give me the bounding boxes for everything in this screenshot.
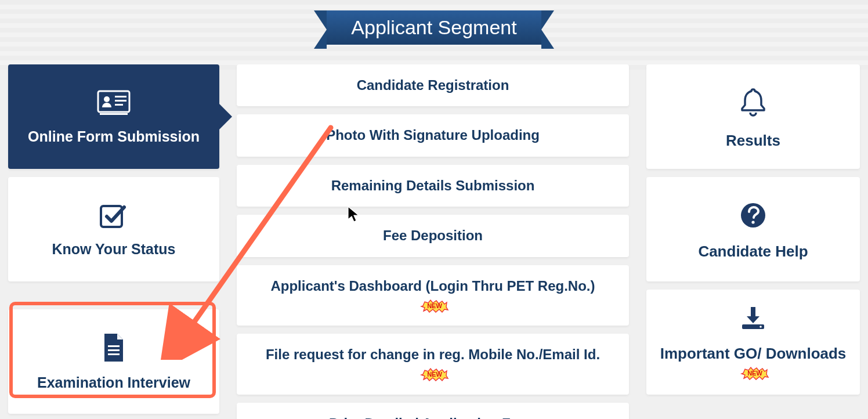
svg-text:NEW: NEW (427, 371, 442, 378)
main-panel: Candidate Registration Photo With Signat… (237, 64, 629, 419)
question-icon (739, 201, 767, 234)
card-label: Candidate Help (698, 242, 808, 261)
spacer (8, 290, 219, 301)
svg-rect-9 (108, 353, 120, 355)
link-label: Applicant's Dashboard (Login Thru PET Re… (270, 278, 595, 294)
svg-rect-3 (115, 100, 126, 102)
link-label: Print Detailed Application Form (329, 416, 537, 419)
card-label-wrap: Important GO/ Downloads NEW (654, 344, 852, 382)
page-header: Applicant Segment (0, 0, 868, 45)
svg-rect-4 (115, 104, 123, 106)
link-fee-deposition[interactable]: Fee Deposition (237, 215, 629, 257)
new-badge-icon: NEW (420, 298, 449, 313)
new-badge-icon: NEW (740, 366, 769, 381)
bell-icon (739, 87, 768, 123)
link-label: Remaining Details Submission (331, 178, 535, 193)
link-label: Candidate Registration (357, 77, 509, 93)
svg-point-1 (104, 96, 110, 102)
sidebar-item-label: Know Your Status (14, 241, 214, 258)
svg-rect-5 (100, 113, 128, 115)
link-remaining-details[interactable]: Remaining Details Submission (237, 165, 629, 207)
link-photo-upload[interactable]: Photo With Signature Uploading (237, 114, 629, 156)
right-panel: Results Candidate Help (646, 64, 860, 419)
sidebar-item-know-status[interactable]: Know Your Status (8, 177, 219, 281)
svg-text:NEW: NEW (427, 302, 442, 309)
card-results[interactable]: Results (646, 64, 860, 169)
card-downloads[interactable]: Important GO/ Downloads NEW (646, 290, 860, 395)
sidebar-item-label: Examination Interview (14, 374, 214, 391)
sidebar-item-label: Online Form Submission (14, 128, 214, 145)
card-help[interactable]: Candidate Help (646, 177, 860, 281)
page-title-ribbon: Applicant Segment (327, 10, 541, 45)
svg-rect-16 (751, 307, 755, 317)
link-print-form[interactable]: Print Detailed Application Form (237, 403, 629, 419)
sidebar-item-examination[interactable]: Examination Interview (8, 309, 219, 414)
svg-text:NEW: NEW (747, 370, 762, 377)
card-label: Important GO/ Downloads (660, 345, 847, 362)
svg-rect-2 (115, 96, 126, 97)
link-label: Fee Deposition (383, 227, 483, 243)
svg-rect-7 (108, 345, 120, 347)
svg-point-15 (751, 221, 754, 223)
main-container: Online Form Submission Know Your Status (0, 64, 868, 419)
page-title: Applicant Segment (351, 16, 516, 38)
check-icon (99, 201, 129, 233)
svg-rect-6 (101, 206, 122, 227)
sidebar-item-online-form[interactable]: Online Form Submission (8, 64, 219, 169)
svg-point-19 (760, 326, 762, 328)
link-label: File request for change in reg. Mobile N… (266, 346, 600, 362)
id-card-icon (96, 89, 131, 120)
new-badge-icon: NEW (420, 367, 449, 382)
download-icon (739, 306, 768, 336)
card-label: Results (726, 131, 780, 150)
svg-marker-17 (747, 316, 760, 323)
sidebar: Online Form Submission Know Your Status (8, 64, 219, 419)
link-label: Photo With Signature Uploading (326, 127, 540, 143)
link-change-mobile[interactable]: File request for change in reg. Mobile N… (237, 334, 629, 395)
document-icon (101, 333, 126, 366)
svg-rect-8 (108, 349, 120, 351)
link-candidate-registration[interactable]: Candidate Registration (237, 64, 629, 106)
link-dashboard[interactable]: Applicant's Dashboard (Login Thru PET Re… (237, 265, 629, 326)
